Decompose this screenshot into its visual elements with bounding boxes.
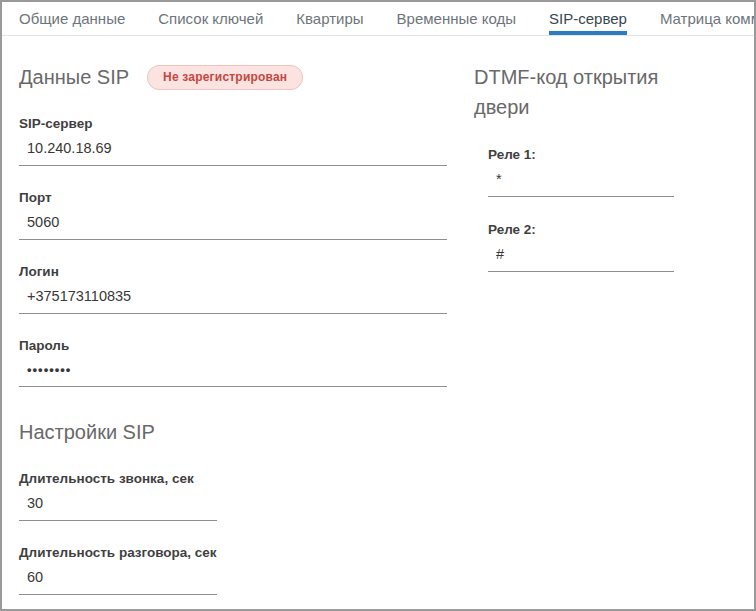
- relay-group: Реле 1: Реле 2:: [488, 147, 754, 272]
- sip-settings-heading: Настройки SIP: [19, 417, 457, 447]
- dtmf-column: DTMF-код открытия двери Реле 1: Реле 2:: [457, 36, 754, 611]
- port-field: Порт: [19, 190, 457, 240]
- relay-1-field: Реле 1:: [488, 147, 754, 197]
- login-field: Логин: [19, 264, 457, 314]
- talk-duration-label: Длительность разговора, сек: [19, 545, 457, 560]
- sip-server-label: SIP-сервер: [19, 116, 457, 131]
- sip-server-page: Данные SIP Не зарегистрирован SIP-сервер…: [2, 36, 754, 611]
- login-label: Логин: [19, 264, 457, 279]
- sip-server-field: SIP-сервер: [19, 116, 457, 166]
- password-label: Пароль: [19, 338, 457, 353]
- talk-duration-field: Длительность разговора, сек: [19, 545, 457, 595]
- tab-temporary-codes[interactable]: Временные коды: [397, 2, 516, 35]
- call-duration-field: Длительность звонка, сек: [19, 471, 457, 521]
- password-field: Пароль: [19, 338, 457, 387]
- sip-data-heading: Данные SIP: [19, 62, 129, 92]
- password-input[interactable]: [19, 358, 447, 387]
- relay-2-label: Реле 2:: [488, 222, 754, 237]
- relay-1-input[interactable]: [488, 167, 674, 197]
- tab-general-data[interactable]: Общие данные: [19, 2, 125, 35]
- tab-sip-server[interactable]: SIP-сервер: [549, 2, 627, 35]
- talk-duration-input[interactable]: [19, 565, 217, 595]
- login-input[interactable]: [19, 284, 447, 314]
- relay-2-input[interactable]: [488, 242, 674, 272]
- relay-2-field: Реле 2:: [488, 222, 754, 272]
- tab-apartments[interactable]: Квартиры: [296, 2, 363, 35]
- tab-bar: Общие данные Список ключей Квартиры Врем…: [2, 2, 754, 36]
- sip-data-heading-row: Данные SIP Не зарегистрирован: [19, 62, 457, 92]
- sip-server-input[interactable]: [19, 136, 447, 166]
- call-duration-label: Длительность звонка, сек: [19, 471, 457, 486]
- call-duration-input[interactable]: [19, 491, 217, 521]
- port-label: Порт: [19, 190, 457, 205]
- sip-column: Данные SIP Не зарегистрирован SIP-сервер…: [19, 36, 457, 611]
- tab-key-list[interactable]: Список ключей: [158, 2, 263, 35]
- dtmf-heading: DTMF-код открытия двери: [474, 62, 689, 122]
- port-input[interactable]: [19, 210, 447, 240]
- relay-1-label: Реле 1:: [488, 147, 754, 162]
- registration-status-badge: Не зарегистрирован: [147, 65, 303, 90]
- tab-switching-matrix[interactable]: Матрица коммутатора: [660, 2, 754, 35]
